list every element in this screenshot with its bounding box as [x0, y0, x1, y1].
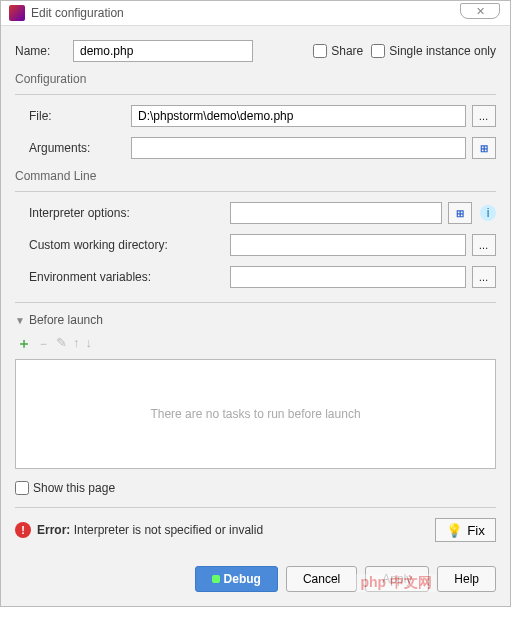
env-row: Environment variables: …: [15, 266, 496, 288]
cmdline-section-label: Command Line: [15, 169, 496, 183]
app-icon: [9, 5, 25, 21]
close-button[interactable]: ✕: [460, 3, 500, 19]
error-message: Interpreter is not specified or invalid: [74, 523, 263, 537]
share-checkbox[interactable]: [313, 44, 327, 58]
cwd-input[interactable]: [230, 234, 466, 256]
show-page-label: Show this page: [33, 481, 115, 495]
cancel-button[interactable]: Cancel: [286, 566, 357, 592]
remove-button: －: [37, 335, 50, 353]
file-row: File: …: [15, 105, 496, 127]
file-browse-button[interactable]: …: [472, 105, 496, 127]
error-label: Error:: [37, 523, 70, 537]
env-input[interactable]: [230, 266, 466, 288]
fix-label: Fix: [467, 523, 485, 538]
args-row: Arguments: ⊞: [15, 137, 496, 159]
cwd-label: Custom working directory:: [29, 238, 224, 252]
show-page-checkbox[interactable]: [15, 481, 29, 495]
title-bar: Edit configuration ✕: [1, 1, 510, 26]
args-label: Arguments:: [29, 141, 125, 155]
env-label: Environment variables:: [29, 270, 224, 284]
up-button: ↑: [73, 335, 80, 353]
expand-icon: ⊞: [480, 143, 488, 154]
dialog-body: Name: Share Single instance only Configu…: [1, 26, 510, 606]
chevron-down-icon: ▼: [15, 315, 25, 326]
window-title: Edit configuration: [31, 6, 124, 20]
empty-tasks-text: There are no tasks to run before launch: [150, 407, 360, 421]
args-input[interactable]: [131, 137, 466, 159]
env-browse-button[interactable]: …: [472, 266, 496, 288]
separator: [15, 507, 496, 508]
expand-icon: ⊞: [456, 208, 464, 219]
separator: [15, 94, 496, 95]
debug-button[interactable]: Debug: [195, 566, 278, 592]
error-row: ! Error: Interpreter is not specified or…: [15, 518, 496, 542]
dialog-window: Edit configuration ✕ Name: Share Single …: [0, 0, 511, 607]
separator: [15, 191, 496, 192]
single-instance-label: Single instance only: [389, 44, 496, 58]
separator: [15, 302, 496, 303]
file-label: File:: [29, 109, 125, 123]
edit-button: ✎: [56, 335, 67, 353]
interp-row: Interpreter options: ⊞ i: [15, 202, 496, 224]
before-launch-toggle[interactable]: ▼ Before launch: [15, 313, 496, 327]
fix-button[interactable]: 💡 Fix: [435, 518, 496, 542]
tasks-list: There are no tasks to run before launch: [15, 359, 496, 469]
apply-button: Apply: [365, 566, 429, 592]
info-icon[interactable]: i: [480, 205, 496, 221]
interp-expand-button[interactable]: ⊞: [448, 202, 472, 224]
error-text: Error: Interpreter is not specified or i…: [37, 523, 263, 537]
add-button[interactable]: ＋: [17, 335, 31, 353]
args-expand-button[interactable]: ⊞: [472, 137, 496, 159]
help-button[interactable]: Help: [437, 566, 496, 592]
name-label: Name:: [15, 44, 65, 58]
single-instance-checkbox-wrap[interactable]: Single instance only: [371, 44, 496, 58]
interp-label: Interpreter options:: [29, 206, 224, 220]
file-input[interactable]: [131, 105, 466, 127]
config-section-label: Configuration: [15, 72, 496, 86]
share-label: Share: [331, 44, 363, 58]
before-launch-label: Before launch: [29, 313, 103, 327]
button-bar: Debug Cancel Apply Help php 中文网: [15, 556, 496, 592]
name-input[interactable]: [73, 40, 253, 62]
name-row: Name: Share Single instance only: [15, 40, 496, 62]
down-button: ↓: [86, 335, 93, 353]
toolbar: ＋ － ✎ ↑ ↓: [15, 335, 496, 353]
share-checkbox-wrap[interactable]: Share: [313, 44, 363, 58]
cwd-browse-button[interactable]: …: [472, 234, 496, 256]
bulb-icon: 💡: [446, 523, 463, 538]
interp-input[interactable]: [230, 202, 442, 224]
show-page-checkbox-wrap[interactable]: Show this page: [15, 481, 496, 495]
error-icon: !: [15, 522, 31, 538]
cwd-row: Custom working directory: …: [15, 234, 496, 256]
single-instance-checkbox[interactable]: [371, 44, 385, 58]
